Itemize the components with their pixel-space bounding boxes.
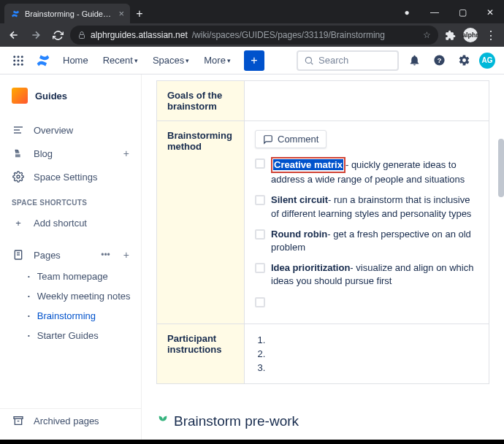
close-window-button[interactable]: ✕ (476, 1, 504, 23)
app-switcher-icon[interactable] (9, 51, 28, 70)
checkbox[interactable] (255, 158, 265, 169)
svg-point-2 (18, 56, 20, 58)
blog-icon: ” (12, 147, 25, 160)
maximize-button[interactable]: ▢ (448, 1, 476, 23)
page-table: Goals of the brainstorm Brainstorming me… (156, 80, 489, 384)
method-item: Round robin- get a fresh perspective on … (255, 228, 478, 254)
nav-recent[interactable]: Recent▾ (99, 52, 142, 69)
checkbox[interactable] (255, 297, 265, 307)
page-content: Goals of the brainstorm Brainstorming me… (142, 74, 504, 440)
url-input[interactable]: alphrguides.atlassian.net/wiki/spaces/GU… (70, 26, 438, 45)
svg-point-10 (305, 57, 311, 63)
sidebar-item-blog[interactable]: ” Blog + (0, 142, 141, 165)
window-controls: ● — ▢ ✕ (393, 1, 504, 23)
main-area: Guides Overview ” Blog + Space Settings … (0, 74, 504, 440)
gear-icon (12, 170, 25, 183)
confluence-logo-icon[interactable] (34, 51, 53, 70)
sidebar-tree-item[interactable]: Starter Guides (0, 326, 141, 345)
create-button[interactable]: + (244, 50, 264, 71)
method-text: Creative matrix- quickly generate ideas … (271, 157, 478, 186)
sidebar-item-archived[interactable]: Archived pages (0, 409, 141, 432)
svg-point-7 (13, 63, 15, 65)
confluence-favicon-icon (10, 9, 20, 19)
back-button[interactable] (4, 26, 23, 45)
chevron-down-icon: ▾ (227, 57, 231, 64)
method-label-cell[interactable]: Brainstorming method (157, 121, 245, 324)
browser-tab[interactable]: Brainstorming - Guides - Conflu × (4, 4, 130, 23)
method-value-cell[interactable]: Comment Creative matrix- quickly generat… (245, 121, 489, 324)
add-page-icon[interactable]: + (123, 249, 129, 261)
svg-point-17 (17, 175, 20, 178)
search-icon (304, 56, 314, 66)
checkbox[interactable] (255, 263, 265, 273)
svg-text:”: ” (15, 148, 18, 157)
settings-gear-icon[interactable] (454, 51, 473, 70)
method-item: Creative matrix- quickly generate ideas … (255, 157, 478, 186)
chevron-down-icon: ▾ (134, 57, 138, 64)
list-item[interactable] (268, 347, 478, 361)
user-avatar[interactable]: AG (479, 53, 495, 69)
checkbox[interactable] (255, 229, 265, 240)
circle-icon[interactable]: ● (393, 1, 421, 23)
new-tab-button[interactable]: + (130, 4, 149, 23)
tab-close-icon[interactable]: × (118, 8, 124, 19)
table-row: Participant instructions (157, 324, 489, 383)
archive-icon (12, 414, 25, 427)
pages-more-icon[interactable]: ••• (101, 250, 110, 260)
pages-icon (12, 248, 25, 261)
svg-rect-0 (80, 35, 85, 39)
sidebar-item-pages[interactable]: Pages ••• + (0, 243, 141, 267)
section-title: Brainstorm pre-work (156, 413, 489, 430)
seedling-icon (156, 413, 169, 430)
sidebar-tree-item[interactable]: Team homepage (0, 267, 141, 286)
method-text: Idea prioritization- visualize and align… (271, 261, 478, 288)
minimize-button[interactable]: — (421, 1, 448, 23)
goals-value-cell[interactable] (245, 81, 489, 121)
search-input[interactable]: Search (297, 50, 399, 71)
browser-avatar[interactable]: alphr (462, 26, 479, 44)
list-item[interactable] (268, 361, 478, 375)
method-text: Round robin- get a fresh perspective on … (271, 228, 478, 254)
list-item[interactable] (268, 333, 478, 347)
extension-icons: alphr ⋮ (441, 26, 500, 44)
tab-strip: Brainstorming - Guides - Conflu × + ● — … (0, 0, 504, 23)
url-host: alphrguides.atlassian.net (91, 30, 188, 40)
goals-label-cell[interactable]: Goals of the brainstorm (157, 81, 245, 121)
shortcuts-heading: SPACE SHORTCUTS (0, 188, 141, 211)
participant-label-cell[interactable]: Participant instructions (157, 324, 245, 383)
nav-more[interactable]: More▾ (199, 52, 235, 69)
plus-icon: + (12, 216, 25, 229)
forward-button[interactable] (26, 26, 45, 45)
nav-spaces[interactable]: Spaces▾ (148, 52, 194, 69)
help-icon[interactable]: ? (429, 51, 448, 70)
sidebar-item-space-settings[interactable]: Space Settings (0, 165, 141, 188)
svg-point-8 (18, 63, 20, 65)
notifications-icon[interactable] (405, 51, 424, 70)
space-icon (12, 88, 28, 104)
extensions-icon[interactable] (441, 26, 459, 44)
sidebar-item-add-shortcut[interactable]: + Add shortcut (0, 211, 141, 234)
sidebar-item-overview[interactable]: Overview (0, 118, 141, 142)
method-item: Silent circuit- run a brainstorm that is… (255, 194, 478, 220)
bookmark-star-icon[interactable]: ☆ (423, 30, 431, 40)
add-blog-icon[interactable]: + (123, 148, 129, 159)
browser-menu-icon[interactable]: ⋮ (482, 26, 500, 44)
method-item: Idea prioritization- visualize and align… (255, 261, 478, 288)
comment-icon (263, 134, 273, 145)
method-text: Silent circuit- run a brainstorm that is… (271, 194, 478, 220)
comment-button[interactable]: Comment (255, 130, 327, 148)
scrollbar-thumb[interactable] (498, 139, 504, 197)
instructions-list (255, 333, 478, 375)
participant-value-cell[interactable] (245, 324, 489, 383)
reload-button[interactable] (48, 26, 67, 45)
space-name[interactable]: Guides (0, 82, 141, 110)
sidebar-tree-item[interactable]: Weekly meeting notes (0, 286, 141, 306)
search-placeholder: Search (318, 55, 348, 66)
svg-point-9 (21, 63, 23, 65)
table-row: Brainstorming method Comment Creative ma… (157, 121, 489, 324)
nav-home[interactable]: Home (58, 52, 93, 69)
svg-text:?: ? (437, 56, 441, 64)
browser-chrome: Brainstorming - Guides - Conflu × + ● — … (0, 0, 504, 47)
sidebar-tree-item[interactable]: Brainstorming (0, 306, 141, 326)
checkbox[interactable] (255, 195, 265, 205)
